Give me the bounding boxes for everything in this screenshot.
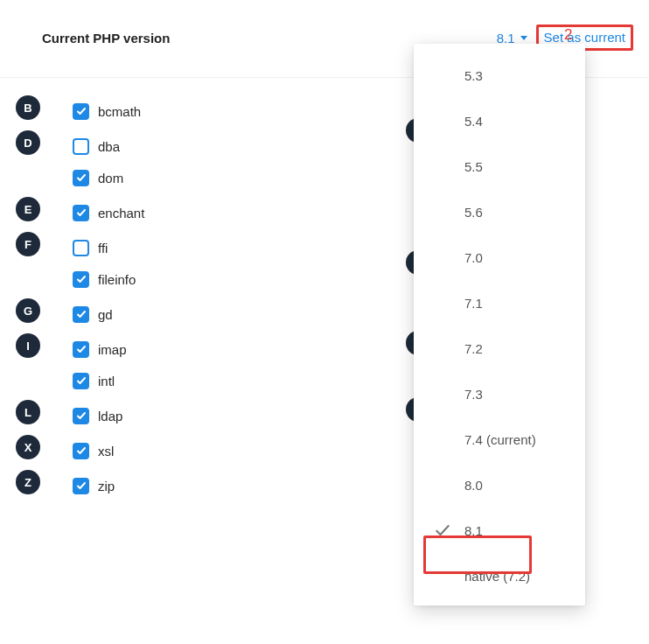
chevron-down-icon xyxy=(520,36,527,40)
extension-label: intl xyxy=(98,374,115,388)
extension-label: dom xyxy=(98,171,123,186)
extension-sublist: enchant xyxy=(73,197,144,228)
extension-checkbox[interactable] xyxy=(73,341,89,358)
extension-label: dba xyxy=(98,139,120,154)
extension-label: ffi xyxy=(98,241,108,256)
version-option[interactable]: 7.4 (current) xyxy=(414,416,585,462)
extension-label: xsl xyxy=(98,444,114,458)
version-option-label: 5.4 xyxy=(464,114,571,129)
letter-column: D xyxy=(16,130,73,155)
version-option-label: 7.1 xyxy=(464,296,571,311)
letter-badge: Z xyxy=(16,470,40,494)
extension-item: ffi xyxy=(73,232,136,263)
extension-item: imap xyxy=(73,333,127,365)
version-option[interactable]: 7.0 xyxy=(414,234,585,280)
letter-column: B xyxy=(16,95,73,120)
letter-badge: B xyxy=(16,95,40,120)
version-option-label: 5.5 xyxy=(464,159,571,174)
version-option-label: 7.4 (current) xyxy=(464,432,571,447)
version-option[interactable]: 7.3 xyxy=(414,371,585,416)
extension-sublist: gd xyxy=(73,298,113,330)
extension-item: enchant xyxy=(73,197,144,228)
extension-sublist: dbadom xyxy=(73,130,123,193)
letter-badge: L xyxy=(16,400,40,424)
extension-checkbox[interactable] xyxy=(73,240,89,256)
extension-checkbox[interactable] xyxy=(73,205,89,221)
version-option[interactable]: 7.1 xyxy=(414,280,585,326)
version-option-label: native (7.2) xyxy=(464,569,571,584)
extension-label: enchant xyxy=(98,206,144,220)
extension-checkbox[interactable] xyxy=(73,138,89,155)
selected-version-label: 8.1 xyxy=(497,31,515,46)
version-option-label: 7.3 xyxy=(464,387,571,402)
extension-item: ldap xyxy=(73,400,122,431)
letter-column: Z xyxy=(16,470,73,494)
extension-sublist: imapintl xyxy=(73,333,127,396)
version-option[interactable]: 7.2 xyxy=(414,326,585,371)
letter-column: L xyxy=(16,400,73,424)
extension-item: intl xyxy=(73,365,127,396)
extension-checkbox[interactable] xyxy=(73,170,89,186)
extension-label: imap xyxy=(98,342,127,357)
extension-sublist: xsl xyxy=(73,435,114,466)
extension-checkbox[interactable] xyxy=(73,306,89,323)
extension-checkbox[interactable] xyxy=(73,478,89,494)
letter-column: X xyxy=(16,435,73,459)
version-dropdown-trigger[interactable]: 8.1 xyxy=(497,31,527,46)
version-dropdown-menu: 5.35.45.55.67.07.17.27.37.4 (current)8.0… xyxy=(414,44,585,606)
version-option[interactable]: 5.3 xyxy=(414,52,585,98)
version-option-label: 8.1 xyxy=(464,523,571,538)
letter-badge: F xyxy=(16,232,40,256)
version-option-label: 5.3 xyxy=(464,68,571,83)
version-option-label: 7.2 xyxy=(464,341,571,356)
letter-badge: I xyxy=(16,333,40,358)
version-option[interactable]: 5.6 xyxy=(414,189,585,234)
extension-sublist: ffifileinfo xyxy=(73,232,136,295)
extension-item: zip xyxy=(73,470,115,501)
letter-column: G xyxy=(16,298,73,323)
extension-checkbox[interactable] xyxy=(73,103,89,120)
letter-badge: X xyxy=(16,435,40,459)
extension-item: gd xyxy=(73,298,113,330)
extension-label: fileinfo xyxy=(98,272,136,287)
letter-column: I xyxy=(16,333,73,358)
annotation-2: 2 xyxy=(564,26,572,44)
version-option[interactable]: 5.4 xyxy=(414,98,585,144)
letter-column: F xyxy=(16,232,73,256)
extension-label: ldap xyxy=(98,409,122,424)
page-title: Current PHP version xyxy=(42,31,170,46)
extension-checkbox[interactable] xyxy=(73,373,89,389)
extension-checkbox[interactable] xyxy=(73,271,89,288)
letter-badge: D xyxy=(16,130,40,155)
letter-badge: G xyxy=(16,298,40,323)
letter-column: E xyxy=(16,197,73,221)
extension-label: gd xyxy=(98,307,113,322)
extension-checkbox[interactable] xyxy=(73,408,89,424)
version-option[interactable]: 5.5 xyxy=(414,144,585,189)
version-option[interactable]: native (7.2) xyxy=(414,553,585,598)
version-option[interactable]: 8.0 xyxy=(414,462,585,508)
extension-label: zip xyxy=(98,479,115,494)
version-option-label: 5.6 xyxy=(464,205,571,220)
extension-item: dba xyxy=(73,130,123,162)
extension-label: bcmath xyxy=(98,104,141,119)
extension-item: bcmath xyxy=(73,95,141,127)
extension-sublist: ldap xyxy=(73,400,122,431)
extension-checkbox[interactable] xyxy=(73,443,89,459)
extension-item: fileinfo xyxy=(73,263,136,295)
extension-sublist: zip xyxy=(73,470,115,501)
extension-sublist: bcmath xyxy=(73,95,141,127)
extension-item: dom xyxy=(73,162,123,193)
version-option-label: 8.0 xyxy=(464,478,571,493)
version-option[interactable]: 8.1 xyxy=(414,508,585,553)
letter-badge: E xyxy=(16,197,40,221)
extension-item: xsl xyxy=(73,435,114,466)
check-icon xyxy=(433,522,452,539)
version-option-label: 7.0 xyxy=(464,250,571,265)
